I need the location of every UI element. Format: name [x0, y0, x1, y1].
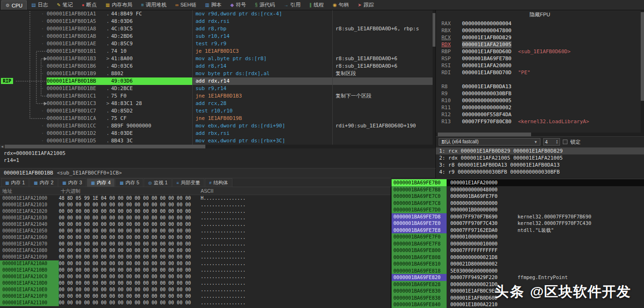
- tab-script[interactable]: ▥脚本: [201, 0, 225, 10]
- registers-horizontal-scrollbar[interactable]: [436, 133, 644, 136]
- register-row[interactable]: RBX0000000000047800: [441, 27, 636, 34]
- disasm-row[interactable]: ·000001E1AFB0D1AE.4D:85C9test r9,r9: [0, 40, 436, 48]
- registers-vertical-scrollbar[interactable]: [641, 10, 644, 133]
- disasm-row[interactable]: 000001E1AFB0D1BB49:03D6add rdx,r14: [0, 77, 436, 85]
- stack-row[interactable]: 0000001BA69FE82000007FF94929F220ffmpeg.E…: [392, 274, 644, 281]
- register-row[interactable]: RAX0000000000000004: [441, 20, 636, 27]
- disasm-horizontal-scrollbar[interactable]: ◀: [0, 145, 436, 148]
- disasm-row[interactable]: ·000001E1AFB0D1D2.48:03DEadd rbx,rsi: [0, 130, 436, 137]
- disasm-row[interactable]: ·000001E1AFB0D1C7.4D:85D2test r10,r10: [0, 107, 436, 115]
- tab-notes[interactable]: ✎笔记: [53, 0, 77, 10]
- register-row[interactable]: RCX000001E1AFB0D829: [441, 34, 636, 41]
- register-row[interactable]: R100000000000000005: [441, 97, 636, 104]
- register-row[interactable]: RDI000001E1AFB0D70D"PE": [441, 69, 636, 76]
- stack-row[interactable]: 0000001BA69FE7D800007FF970F7B690kernel32…: [392, 213, 644, 220]
- stack-row[interactable]: 0000001BA69FE8185E03000600000000: [392, 267, 644, 274]
- stack-row[interactable]: 0000001BA69FE7B0000001E1AFA20000: [392, 179, 644, 186]
- dump-row[interactable]: 000001E1AFA2109000 00 00 00 00 00 00 00 …: [0, 254, 391, 260]
- dump-row[interactable]: 000001E1AFA210C000 00 00 00 00 00 00 00 …: [0, 273, 391, 280]
- disasm-row[interactable]: ·000001E1AFB0D1A5.48:03D6add rdx,rsi: [0, 18, 436, 25]
- tab-breakpoints[interactable]: ●断点: [77, 0, 101, 10]
- tab-dump-5[interactable]: ▦内存 5: [115, 178, 143, 187]
- disasm-row[interactable]: ·000001E1AFB0D1B3>41:8A00mov al,byte ptr…: [0, 55, 436, 63]
- tab-threads[interactable]: ∥线程: [305, 0, 328, 10]
- calling-convention-select[interactable]: 默认 (x64 fastcall) ▼: [439, 138, 540, 146]
- dump-row[interactable]: 000001E1AFA2110000 00 00 00 00 00 00 00 …: [0, 300, 391, 306]
- tab-watch-1[interactable]: ◎监视 1: [144, 178, 172, 187]
- dump-row[interactable]: 000001E1AFA2104000 00 00 00 00 00 00 00 …: [0, 221, 391, 228]
- argument-row[interactable]: 3: r8 000001E1AFB0DA13 000001E1AFB0DA13: [436, 161, 644, 168]
- stack-row[interactable]: 0000001BA69FE7C80000000000000000: [392, 200, 644, 207]
- tab-call-stack[interactable]: ≡调用堆栈: [137, 0, 171, 10]
- disasm-row[interactable]: ·000001E1AFB0D1B1.74 10je 1E1AFB0D1C3: [0, 48, 436, 55]
- stack-row[interactable]: 0000001BA69FE80800000000000021D8: [392, 254, 644, 261]
- dump-row[interactable]: 000001E1AFA210F000 00 00 00 00 00 00 00 …: [0, 293, 391, 300]
- disasm-row[interactable]: ·000001E1AFB0D1A1.44:8B49 FCmov r9d,dwor…: [0, 10, 436, 18]
- dump-row[interactable]: 000001E1AFA210E000 00 00 00 00 00 00 00 …: [0, 287, 391, 293]
- dump-row[interactable]: 000001E1AFA210D000 00 00 00 00 00 00 00 …: [0, 280, 391, 287]
- disasm-row[interactable]: ·000001E1AFB0D1B6.4D:03C6add r8,r14r8:su…: [0, 63, 436, 70]
- dump-panel[interactable]: 地址 十六进制 ASCII 000001E1AFA2100048 8D 05 9…: [0, 187, 391, 308]
- register-row[interactable]: R90000000000030BFB: [441, 90, 636, 97]
- disasm-row[interactable]: ·000001E1AFB0D1D5.8B43 3Cmov eax,dword p…: [0, 137, 436, 145]
- tab-dump-3[interactable]: ▦内存 3: [58, 178, 86, 187]
- disassembly-panel[interactable]: RIP ·000001E1AFB0D1A1.44:8B49 FCmov r9d,…: [0, 10, 436, 148]
- register-row[interactable]: RBP000001E1AFB0D60D<sub_1E1AFB0D60D>: [441, 48, 636, 55]
- scrollbar-thumb[interactable]: [641, 12, 644, 101]
- stack-row[interactable]: 0000001BA69FE7B80000000000048000: [392, 186, 644, 193]
- tab-memory-map[interactable]: ▦内存布局: [101, 0, 136, 10]
- tab-log[interactable]: ▤日志: [27, 0, 52, 10]
- tab-dump-2[interactable]: ▦内存 2: [29, 178, 57, 187]
- argument-row[interactable]: 2: rdx 000001E1AFA21005 000001E1AFA21005: [436, 154, 644, 161]
- dump-row[interactable]: 000001E1AFA2101000 00 00 00 00 00 00 00 …: [0, 202, 391, 208]
- scrollbar-thumb[interactable]: [438, 133, 531, 136]
- stack-row[interactable]: 0000001BA69FE7C00000001BA69FE7F0: [392, 193, 644, 200]
- tab-trace[interactable]: ➤跟踪: [354, 0, 378, 10]
- disasm-row[interactable]: ·000001E1AFB0D1C3>48:83C1 28add rcx,28: [0, 100, 436, 107]
- stack-row[interactable]: 0000001BA69FE7E800007FF97162EDA0ntdll."L…: [392, 227, 644, 234]
- tab-symbols[interactable]: ◆符号: [226, 0, 251, 10]
- register-row[interactable]: R1300007FF970F80CB0<kernel32.LoadLibrary…: [441, 118, 636, 125]
- argument-count-spinner[interactable]: 4 ▲▼: [543, 138, 560, 146]
- stack-row[interactable]: 0000001BA69FE810000021D800000002: [392, 260, 644, 267]
- register-row[interactable]: R8000001E1AFB0DA13: [441, 83, 636, 90]
- disasm-row[interactable]: ·000001E1AFB0D1C1.75 F0jne 1E1AFB0D1B3复制…: [0, 92, 436, 100]
- tab-dump-4[interactable]: ▦内存 4: [87, 178, 115, 187]
- register-row[interactable]: R110000000000000002: [441, 104, 636, 111]
- hide-fpu-toggle[interactable]: 隐藏FPU: [436, 10, 644, 19]
- stack-row[interactable]: 0000001BA69FE7F00000010000000000: [392, 233, 644, 240]
- scroll-left-icon[interactable]: ◀: [0, 145, 4, 148]
- dump-row[interactable]: 000001E1AFA210A000 00 00 00 00 00 00 00 …: [0, 260, 391, 267]
- tab-seh[interactable]: ∞SEH链: [171, 0, 200, 10]
- dump-row[interactable]: 000001E1AFA2100048 8D 05 99 1E 04 00 00 …: [0, 195, 391, 202]
- tab-struct[interactable]: #结构体: [205, 178, 232, 187]
- dump-row[interactable]: 000001E1AFA2108000 00 00 00 00 00 00 00 …: [0, 247, 391, 254]
- dump-row[interactable]: 000001E1AFA210B000 00 00 00 00 00 00 00 …: [0, 267, 391, 273]
- register-row[interactable]: R1200000000F558F4DA: [441, 111, 636, 118]
- dump-row[interactable]: 000001E1AFA2102000 00 00 00 00 00 00 00 …: [0, 208, 391, 215]
- disasm-row[interactable]: ·000001E1AFB0D1A8.4C:03C5add r8,rbpr8:su…: [0, 25, 436, 33]
- tab-source[interactable]: §源代码: [251, 0, 279, 10]
- register-row[interactable]: RSP0000001BA69FE7B0: [441, 55, 636, 62]
- stack-row[interactable]: 0000001BA69FE7F80000000000010000: [392, 240, 644, 247]
- disasm-vertical-scrollbar[interactable]: [433, 10, 436, 145]
- registers-panel[interactable]: 隐藏FPU RAX0000000000000004RBX000000000004…: [436, 10, 644, 133]
- lock-checkbox[interactable]: [563, 140, 567, 144]
- dump-row[interactable]: 000001E1AFA2103000 00 00 00 00 00 00 00 …: [0, 215, 391, 221]
- scrollbar-thumb[interactable]: [433, 13, 436, 47]
- dump-row[interactable]: 000001E1AFA2105000 00 00 00 00 00 00 00 …: [0, 228, 391, 234]
- stack-row[interactable]: 0000001BA69FE80000007FFFFFFFFFFF: [392, 247, 644, 254]
- tab-references[interactable]: →引用: [280, 0, 305, 10]
- dump-row[interactable]: 000001E1AFA2107000 00 00 00 00 00 00 00 …: [0, 241, 391, 247]
- scrollbar-thumb[interactable]: [5, 145, 205, 148]
- dump-row[interactable]: 000001E1AFA2106000 00 00 00 00 00 00 00 …: [0, 234, 391, 241]
- register-row[interactable]: RDX000001E1AFA21005: [441, 41, 636, 48]
- tab-locals[interactable]: ≡局部变量: [172, 178, 204, 187]
- disasm-row[interactable]: ·000001E1AFB0D1CA.75 CFjne 1E1AFB0D19B: [0, 115, 436, 122]
- disasm-row[interactable]: ·000001E1AFB0D1BE.4D:2BCEsub r9,r14: [0, 85, 436, 92]
- argument-row[interactable]: 4: r9 0000000000030BFB 0000000000030BFB: [436, 168, 644, 175]
- disasm-row[interactable]: ·000001E1AFB0D1CC.8B9F 90000000mov ebx,d…: [0, 122, 436, 130]
- stack-row[interactable]: 0000001BA69FE840000001E1B00A2210: [392, 301, 644, 308]
- disasm-row[interactable]: ·000001E1AFB0D1AB.4D:2BD6sub r10,r14: [0, 33, 436, 40]
- stack-row[interactable]: 0000001BA69FE7E000007FF970F7C430kernel32…: [392, 220, 644, 227]
